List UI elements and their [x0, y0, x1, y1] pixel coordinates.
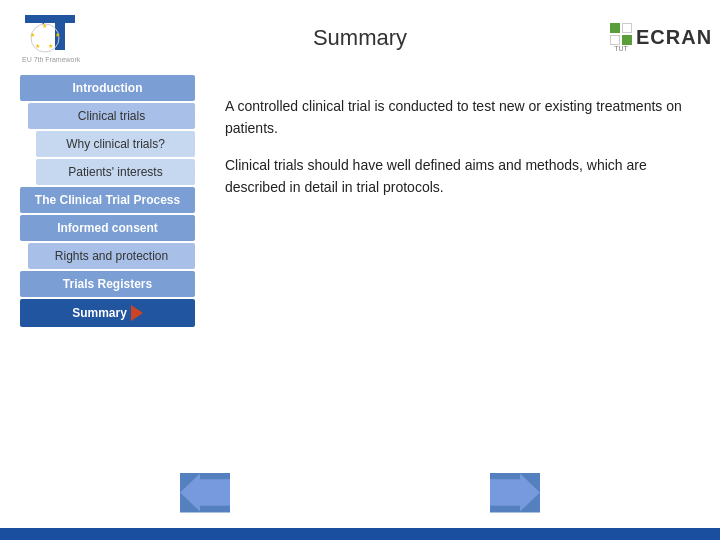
forward-arrow-icon: [490, 474, 540, 512]
sidebar-item-introduction[interactable]: Introduction: [20, 75, 195, 101]
sidebar-item-informed-consent[interactable]: Informed consent: [20, 215, 195, 241]
svg-text:EU 7th Framework: EU 7th Framework: [22, 56, 81, 63]
back-arrow-icon: [180, 474, 230, 512]
sidebar-item-patients-interests[interactable]: Patients' interests: [36, 159, 195, 185]
back-button[interactable]: [180, 473, 230, 513]
sidebar-item-clinical-trial-process[interactable]: The Clinical Trial Process: [20, 187, 195, 213]
content-para-2: Clinical trials should have well defined…: [225, 154, 690, 199]
main-area: Introduction Clinical trials Why clinica…: [0, 75, 720, 465]
content-para-1: A controlled clinical trial is conducted…: [225, 95, 690, 140]
page-title: Summary: [313, 25, 407, 51]
sidebar-item-rights-protection[interactable]: Rights and protection: [28, 243, 195, 269]
svg-text:★: ★: [30, 32, 35, 38]
svg-text:★: ★: [48, 43, 53, 49]
ecran-sq-1: [610, 23, 620, 33]
header: EU 7th Framework ★ ★ ★ ★ ★ 7 Summary TUT…: [0, 0, 720, 75]
ecran-sub-text: TUT: [614, 45, 628, 52]
svg-rect-0: [25, 15, 75, 23]
bottom-bar: [0, 528, 720, 540]
sidebar-item-clinical-trials[interactable]: Clinical trials: [28, 103, 195, 129]
logo-left: EU 7th Framework ★ ★ ★ ★ ★ 7: [20, 10, 100, 65]
svg-text:★: ★: [35, 43, 40, 49]
ecran-sq-2: [622, 23, 632, 33]
content-area: A controlled clinical trial is conducted…: [215, 75, 700, 465]
sidebar-item-why-clinical-trials[interactable]: Why clinical trials?: [36, 131, 195, 157]
summary-arrow-icon: [131, 305, 143, 321]
ecran-sq-4: [622, 35, 632, 45]
ecran-sq-3: [610, 35, 620, 45]
ecran-squares: [610, 23, 632, 45]
nav-buttons-area: [0, 465, 720, 520]
svg-text:★: ★: [55, 32, 60, 38]
sidebar-item-summary[interactable]: Summary: [20, 299, 195, 327]
ecran-logo-text: ECRAN: [636, 26, 712, 48]
sidebar-item-trials-registers[interactable]: Trials Registers: [20, 271, 195, 297]
svg-text:7: 7: [41, 15, 47, 26]
sidebar: Introduction Clinical trials Why clinica…: [20, 75, 195, 465]
logo-right: TUT ECRAN: [610, 10, 700, 65]
forward-button[interactable]: [490, 473, 540, 513]
